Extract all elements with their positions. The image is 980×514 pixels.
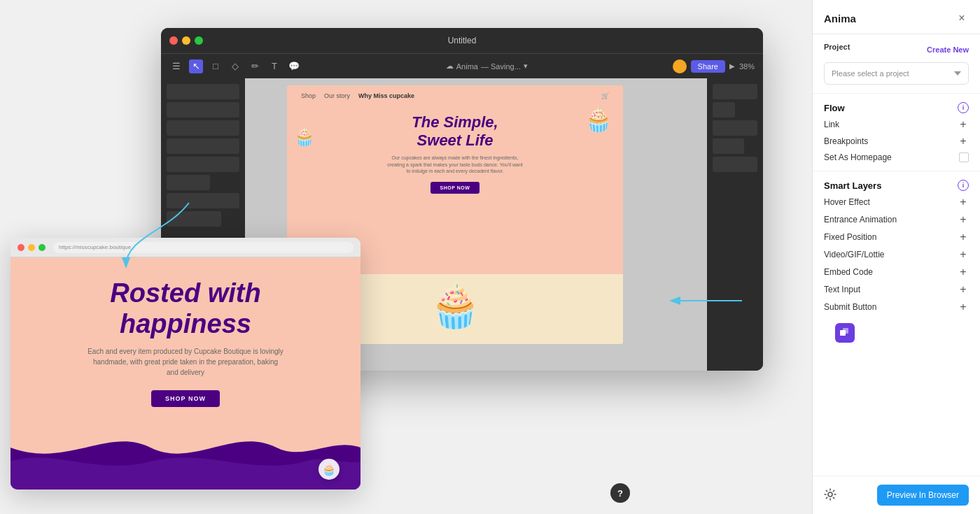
toolbar-shape-icon[interactable]: ◇ (228, 59, 242, 73)
video-gif-lottie-label: Video/GIF/Lottie (824, 250, 885, 259)
zoom-label: 38% (739, 62, 755, 71)
browser-tl-yellow[interactable] (28, 244, 35, 251)
prop-row-2 (713, 102, 735, 117)
browser-shop-btn[interactable]: SHOP NOW (151, 390, 220, 407)
cloud-status: ☁ Anima — Saving... ▾ (446, 62, 528, 71)
flow-breakpoints-add[interactable]: + (958, 136, 969, 147)
preview-in-browser-btn[interactable]: Preview In Browser (877, 485, 969, 506)
svg-point-4 (828, 492, 832, 497)
browser-hero-title: Rosted with happiness (31, 278, 340, 339)
video-gif-lottie-add[interactable]: + (958, 249, 969, 260)
text-input-add[interactable]: + (958, 284, 969, 295)
panel-row-8 (167, 211, 221, 227)
embed-code-add[interactable]: + (958, 266, 969, 278)
smart-layers-header: Smart Layers i (824, 180, 969, 191)
panel-row-7 (167, 193, 239, 208)
toolbar-frame-icon[interactable]: □ (209, 59, 223, 73)
svg-rect-3 (843, 328, 848, 334)
toolbar-center: ☁ Anima — Saving... ▾ (307, 62, 667, 71)
traffic-light-red[interactable] (169, 36, 178, 45)
browser-hero-body: Each and every item produced by Cupcake … (88, 346, 284, 378)
project-row: Project Create New (824, 43, 969, 57)
flow-item-link: Link + (824, 119, 969, 130)
prop-row-1 (713, 84, 757, 99)
app-toolbar: ☰ ↖ □ ◇ ✏ T 💬 ☁ Anima — Saving... ▾ Shar… (161, 53, 763, 78)
project-select[interactable]: Please select a project (824, 62, 969, 85)
panel-row-4 (167, 138, 239, 154)
panel-row-6 (167, 175, 210, 190)
panel-title: Anima (824, 13, 856, 24)
site-hero-title: The Simple, Sweet Life (301, 113, 609, 150)
set-homepage-label: Set As Homepage (824, 152, 892, 162)
toolbar-right: Share ▶ 38% (673, 59, 755, 73)
panel-row-3 (167, 120, 239, 136)
submit-button-add[interactable]: + (958, 301, 969, 313)
homepage-checkbox[interactable] (959, 152, 969, 162)
entrance-animation-add[interactable]: + (958, 214, 969, 225)
cupcake-float-2: 🧁 (584, 106, 612, 133)
settings-icon[interactable] (824, 488, 838, 502)
nav-why: Why Miss cupcake (358, 92, 414, 99)
site-shop-btn[interactable]: SHOP NOW (430, 182, 480, 194)
avatar-icon (673, 59, 687, 73)
browser-tl-red[interactable] (18, 244, 24, 251)
nav-shop: Shop (301, 92, 316, 99)
smart-video-gif-lottie: Video/GIF/Lottie + (824, 249, 969, 260)
smart-layers-section: Smart Layers i Hover Effect + Entrance A… (813, 171, 980, 476)
smart-submit-button: Submit Button + (824, 301, 969, 313)
play-icon[interactable]: ▶ (729, 62, 735, 70)
smart-fixed-position: Fixed Position + (824, 231, 969, 243)
fixed-position-add[interactable]: + (958, 231, 969, 243)
toolbar-comment-icon[interactable]: 💬 (287, 59, 301, 73)
smart-entrance-animation: Entrance Animation + (824, 214, 969, 225)
prop-row-5 (713, 157, 757, 172)
project-section: Project Create New Please select a proje… (813, 34, 980, 94)
fixed-position-label: Fixed Position (824, 232, 876, 242)
wave-svg (10, 427, 360, 490)
set-as-homepage-row: Set As Homepage (824, 152, 969, 162)
site-hero: The Simple, Sweet Life Our cupcakes are … (287, 106, 623, 194)
flow-link-add[interactable]: + (958, 119, 969, 130)
nav-ourstory: Our story (324, 92, 350, 99)
smart-text-input: Text Input + (824, 284, 969, 295)
hover-effect-add[interactable]: + (958, 197, 969, 208)
submit-button-label: Submit Button (824, 302, 876, 312)
toolbar-cursor-icon[interactable]: ↖ (189, 59, 203, 73)
embed-code-label: Embed Code (824, 267, 873, 277)
toolbar-text-icon[interactable]: T (267, 59, 281, 73)
browser-titlebar: https://misscupcake.boutique (10, 238, 360, 257)
create-new-link[interactable]: Create New (927, 45, 969, 54)
browser-window: https://misscupcake.boutique Rosted with… (10, 238, 360, 490)
traffic-light-yellow[interactable] (182, 36, 190, 45)
panel-row-1 (167, 84, 239, 99)
cupcake-float-1: 🧁 (294, 127, 315, 147)
share-button[interactable]: Share (691, 60, 725, 73)
traffic-light-green[interactable] (195, 36, 203, 45)
flow-item-breakpoints: Breakpoints + (824, 136, 969, 147)
toolbar-pen-icon[interactable]: ✏ (248, 59, 262, 73)
text-input-label: Text Input (824, 285, 860, 294)
toolbar-menu-icon[interactable]: ☰ (169, 59, 183, 73)
panel-bottom: Preview In Browser (813, 476, 980, 514)
anima-brand-icon (835, 323, 855, 343)
right-panel: Anima × Project Create New Please select… (812, 0, 980, 514)
hover-effect-label: Hover Effect (824, 197, 870, 207)
smart-embed-code: Embed Code + (824, 266, 969, 278)
browser-tl-green[interactable] (38, 244, 46, 251)
panel-row-5 (167, 157, 239, 172)
browser-url-bar[interactable]: https://misscupcake.boutique (53, 242, 354, 253)
panel-row-2 (167, 102, 239, 117)
flow-link-label: Link (824, 120, 839, 129)
smart-layers-title: Smart Layers (824, 180, 881, 191)
flow-breakpoints-label: Breakpoints (824, 136, 868, 146)
anima-icon-container (824, 319, 969, 343)
cupcake-badge: 🧁 (318, 459, 340, 480)
help-button[interactable]: ? (610, 483, 630, 503)
panel-header: Anima × (813, 0, 980, 34)
close-icon[interactable]: × (955, 11, 969, 25)
smart-layers-info-icon[interactable]: i (958, 180, 969, 191)
flow-info-icon[interactable]: i (958, 102, 969, 113)
app-titlebar: Untitled (161, 28, 763, 53)
smart-hover-effect: Hover Effect + (824, 197, 969, 208)
site-hero-body: Our cupcakes are always made with the fi… (385, 155, 525, 175)
